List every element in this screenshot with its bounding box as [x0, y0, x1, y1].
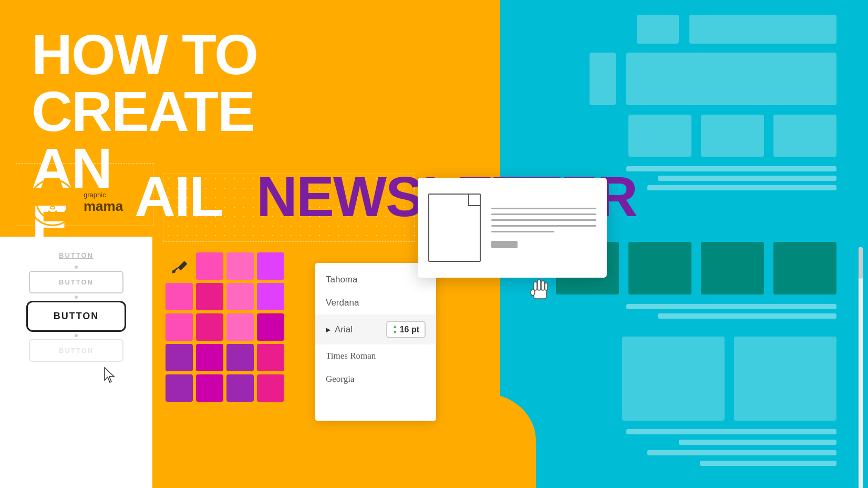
teal-line-3: [647, 185, 836, 190]
font-item-georgia[interactable]: Georgia: [315, 368, 436, 391]
swatch-mid-pink-1[interactable]: [196, 283, 223, 310]
teal-line-2: [658, 176, 836, 181]
doc-line-5-short: [491, 231, 554, 232]
scrollbar-track: [859, 247, 863, 488]
swatch-deep-pink-2[interactable]: [196, 344, 223, 371]
font-size-badge[interactable]: ▲ ▼ 16 pt: [386, 321, 426, 338]
svg-rect-14: [538, 280, 541, 290]
logo-area: graphic mama: [29, 179, 123, 226]
teal-block-top: [689, 15, 836, 44]
swatch-deep-pink-3[interactable]: [196, 374, 223, 402]
doc-line-2: [491, 214, 596, 215]
teal-line-7: [679, 440, 836, 445]
logo-circle: [29, 179, 76, 226]
logo-mascot-svg: [30, 180, 75, 225]
swatch-pink-3[interactable]: [226, 313, 254, 341]
font-size-arrows[interactable]: ▲ ▼: [392, 324, 398, 335]
teal-block-r3-2: [701, 115, 764, 157]
doc-page-thumbnail: [428, 194, 481, 262]
svg-rect-13: [534, 282, 537, 290]
swatch-purple-1[interactable]: [166, 344, 193, 371]
swatch-hot-pink-3[interactable]: [166, 313, 193, 341]
svg-rect-15: [541, 281, 544, 290]
doc-button-preview: [491, 241, 518, 248]
button-dot-3: [75, 334, 78, 337]
mouse-cursor-hand: [530, 278, 551, 305]
yellow-blob-decoration: [431, 393, 536, 488]
buttons-panel: BUTTON BUTTON BUTTON BUTTON: [0, 237, 152, 488]
teal-block-row2-small: [590, 53, 616, 105]
logo-text-block: graphic mama: [84, 191, 123, 214]
teal-line-8: [647, 450, 836, 455]
doc-line-1: [491, 208, 596, 209]
swatch-hot-pink-2[interactable]: [166, 283, 193, 310]
swatch-purple-2[interactable]: [226, 344, 254, 371]
teal-line-1: [626, 166, 836, 171]
swatch-magenta-1[interactable]: [257, 252, 284, 280]
scrollbar[interactable]: [859, 242, 863, 484]
swatch-purple-3[interactable]: [166, 374, 193, 402]
cp-row-tool: [166, 252, 307, 280]
svg-point-11: [172, 270, 175, 273]
document-preview-card: [418, 178, 607, 278]
teal-dark-block-2: [701, 242, 764, 294]
swatch-mid-pink-3[interactable]: [257, 344, 284, 371]
title-line1: HOW TO CREATE: [32, 26, 478, 140]
swatch-pink-1[interactable]: [226, 252, 254, 280]
title-ail: AIL: [135, 168, 223, 225]
font-selector-panel: Tahoma Verdana ▶ Arial ▲ ▼ 16 pt Times R…: [315, 263, 436, 421]
scrollbar-thumb[interactable]: [859, 247, 863, 279]
teal-dark-block-1: [773, 242, 836, 294]
swatch-pink-2[interactable]: [226, 283, 254, 310]
color-picker-panel: [155, 242, 318, 463]
eyedropper-tool[interactable]: [166, 252, 193, 280]
cp-row-4: [166, 344, 307, 371]
logo-text-top: graphic: [84, 191, 123, 199]
svg-rect-16: [545, 283, 547, 290]
button-ghost-style[interactable]: BUTTON: [29, 339, 123, 362]
button-dot-2: [75, 296, 78, 299]
font-item-arial[interactable]: ▶ Arial ▲ ▼ 16 pt: [315, 314, 436, 344]
font-times-label: Times Roman: [326, 351, 376, 361]
teal-line-4: [626, 304, 836, 309]
mouse-cursor-arrow: [102, 367, 117, 387]
font-tahoma-label: Tahoma: [326, 274, 357, 285]
cp-row-2: [166, 283, 307, 310]
swatch-deep-pink-1[interactable]: [257, 313, 284, 341]
swatch-magenta-2[interactable]: [257, 283, 284, 310]
teal-dark-block-3: [628, 242, 691, 294]
eyedropper-icon: [170, 257, 189, 276]
svg-point-5: [50, 207, 55, 209]
swatch-purple-4[interactable]: [226, 374, 254, 402]
teal-block-top-small: [637, 15, 679, 44]
teal-block-bottom-2: [622, 337, 725, 421]
swatch-mid-pink-4[interactable]: [257, 374, 284, 402]
cp-row-5: [166, 374, 307, 402]
button-bold-style[interactable]: BUTTON: [26, 301, 126, 332]
font-verdana-label: Verdana: [326, 298, 359, 308]
swatch-hot-pink-1[interactable]: [196, 252, 223, 280]
teal-block-r3-3: [628, 115, 691, 157]
button-dot-1: [75, 266, 78, 269]
doc-line-4: [491, 225, 596, 227]
svg-rect-9: [178, 261, 187, 270]
font-georgia-label: Georgia: [326, 374, 354, 384]
font-item-times[interactable]: Times Roman: [315, 344, 436, 368]
doc-line-3: [491, 219, 596, 221]
font-item-verdana[interactable]: Verdana: [315, 291, 436, 314]
teal-block-bottom-1: [734, 337, 836, 421]
teal-line-9: [700, 461, 836, 466]
font-size-up-arrow[interactable]: ▲: [392, 324, 398, 329]
hand-cursor-svg: [530, 278, 551, 301]
font-arial-label: Arial: [335, 324, 353, 335]
logo-text-bottom: mama: [84, 199, 123, 214]
teal-block-row2-wide: [626, 53, 836, 105]
font-size-down-arrow[interactable]: ▼: [392, 330, 398, 335]
button-text-style[interactable]: BUTTON: [59, 247, 94, 263]
doc-content-lines: [491, 208, 596, 248]
font-size-value: 16 pt: [400, 325, 419, 334]
button-outline-style[interactable]: BUTTON: [29, 271, 123, 293]
svg-point-17: [531, 289, 535, 296]
teal-line-5: [658, 313, 836, 319]
swatch-mid-pink-2[interactable]: [196, 313, 223, 341]
